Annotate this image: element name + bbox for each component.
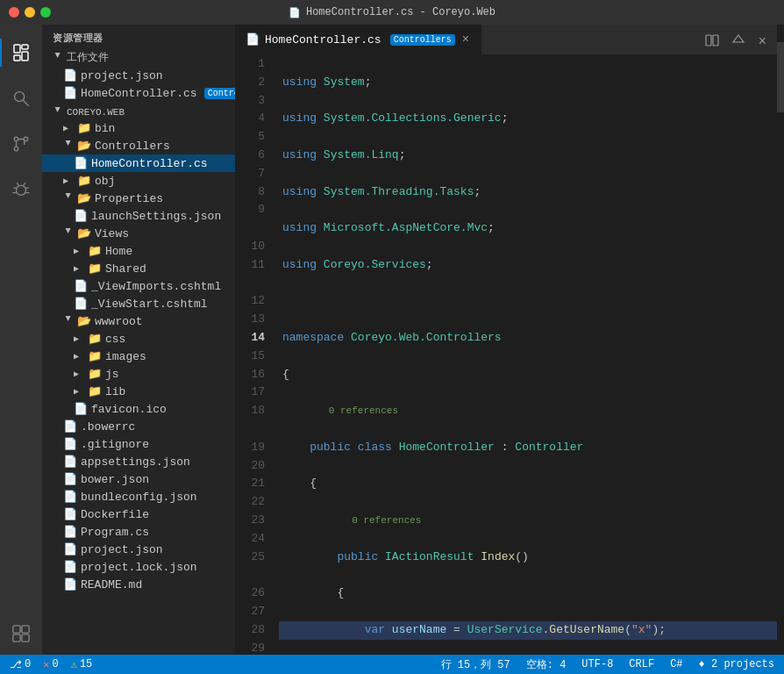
tab-close-button[interactable]: × — [460, 32, 471, 47]
folder-icon: 📁 — [88, 384, 102, 398]
code-line-4: using System.Threading.Tasks; — [279, 183, 777, 202]
sidebar-item-controllers[interactable]: ▶ 📂 Controllers — [42, 137, 235, 154]
git-branch-icon: ⎇ — [10, 658, 22, 671]
code-line-5: using Microsoft.AspNetCore.Mvc; — [279, 219, 777, 238]
status-warnings[interactable]: ⚠ 15 — [68, 658, 96, 671]
folder-icon: 📂 — [77, 226, 91, 240]
folder-icon: 📂 — [77, 191, 91, 205]
code-editor[interactable]: 1 2 3 4 5 6 7 8 9 · 10 11 · 12 13 14 15 … — [235, 55, 777, 655]
arrow-icon: ▶ — [63, 176, 74, 186]
arrow-icon: ▶ — [63, 316, 74, 326]
sidebar-item-css[interactable]: ▶ 📁 css — [42, 330, 235, 348]
sidebar-item-viewimports[interactable]: 📄 _ViewImports.cshtml — [42, 277, 235, 295]
close-editor-button[interactable]: × — [754, 31, 770, 54]
arrow-icon: ▶ — [74, 351, 84, 362]
tab-bar: 📄 HomeController.cs Controllers × — [235, 25, 777, 55]
file-icon: 📄 — [63, 490, 77, 504]
activity-extensions[interactable] — [0, 613, 42, 655]
main-layout: 资源管理器 ▶ 工作文件 📄 project.json 📄 HomeContro… — [0, 25, 784, 655]
sidebar-item-homecontroller-cs[interactable]: 📄 HomeController.cs — [42, 154, 235, 172]
active-tab[interactable]: 📄 HomeController.cs Controllers × — [235, 25, 481, 54]
arrow-icon: ▶ — [74, 263, 84, 274]
file-icon: 📄 — [63, 472, 77, 486]
sidebar-item-bowerrc[interactable]: 📄 .bowerrc — [42, 418, 235, 435]
sidebar-item-lib[interactable]: ▶ 📁 lib — [42, 383, 235, 400]
folder-icon: 📁 — [88, 367, 102, 381]
svg-point-6 — [14, 147, 18, 151]
code-line-ref1: 0 references — [279, 402, 777, 420]
sidebar-item-project-json[interactable]: 📄 project.json — [42, 541, 235, 558]
tab-file-icon: 📄 — [246, 32, 260, 47]
sidebar-item-launchsettings[interactable]: 📄 launchSettings.json — [42, 207, 235, 225]
sidebar-item-obj[interactable]: ▶ 📁 obj — [42, 172, 235, 190]
line-numbers: 1 2 3 4 5 6 7 8 9 · 10 11 · 12 13 14 15 … — [235, 55, 279, 655]
more-actions-button[interactable] — [728, 30, 749, 54]
status-projects[interactable]: ♦ 2 projects — [696, 658, 777, 670]
sidebar-item-workfiles[interactable]: ▶ 工作文件 — [42, 48, 235, 67]
svg-point-7 — [14, 137, 18, 141]
sidebar-item-dockerfile[interactable]: 📄 Dockerfile — [42, 506, 235, 523]
editor-area: 📄 HomeController.cs Controllers × — [235, 25, 777, 655]
code-content[interactable]: using System; using System.Collections.G… — [279, 55, 777, 655]
sidebar-item-bin[interactable]: ▶ 📁 bin — [42, 119, 235, 137]
activity-source-control[interactable] — [0, 123, 42, 165]
arrow-icon: ▶ — [63, 228, 74, 239]
activity-search[interactable] — [0, 77, 42, 119]
sidebar-item-wwwroot[interactable]: ▶ 📂 wwwroot — [42, 312, 235, 330]
sidebar-item-readme[interactable]: 📄 README.md — [42, 576, 235, 593]
status-git[interactable]: ⎇ 0 — [7, 658, 33, 671]
file-icon: 📄 — [63, 542, 77, 556]
svg-point-4 — [15, 92, 25, 102]
sidebar-item-shared[interactable]: ▶ 📁 Shared — [42, 260, 235, 277]
status-spaces[interactable]: 空格: 4 — [524, 657, 569, 672]
sidebar-item-project-lock[interactable]: 📄 project.lock.json — [42, 558, 235, 576]
close-button[interactable] — [9, 7, 19, 18]
sidebar-item-home[interactable]: ▶ 📁 Home — [42, 242, 235, 260]
status-position[interactable]: 行 15，列 57 — [438, 657, 513, 672]
minimize-button[interactable] — [25, 7, 35, 18]
sidebar-item-homecontroller-root[interactable]: 📄 HomeController.cs Controllers — [42, 84, 235, 102]
file-icon: 📄 — [74, 209, 88, 223]
sidebar-item-views[interactable]: ▶ 📂 Views — [42, 225, 235, 242]
folder-icon: 📁 — [88, 262, 102, 276]
window-title: 📄 HomeController.cs - Coreyo.Web — [289, 6, 495, 18]
status-language[interactable]: C# — [667, 658, 685, 670]
file-icon: 📄 — [63, 507, 77, 521]
svg-rect-12 — [13, 635, 20, 642]
folder-icon: 📁 — [88, 244, 102, 258]
sidebar-item-properties[interactable]: ▶ 📂 Properties — [42, 190, 235, 207]
arrow-icon: ▶ — [63, 123, 74, 133]
sidebar-item-js[interactable]: ▶ 📁 js — [42, 365, 235, 383]
folder-icon: 📁 — [77, 174, 91, 188]
sidebar-item-project-json-root[interactable]: 📄 project.json — [42, 67, 235, 84]
svg-rect-0 — [14, 45, 20, 53]
maximize-button[interactable] — [40, 7, 51, 18]
folder-icon: 📁 — [77, 121, 91, 135]
sidebar-item-viewstart[interactable]: 📄 _ViewStart.cshtml — [42, 295, 235, 312]
sidebar-item-bower-json[interactable]: 📄 bower.json — [42, 470, 235, 488]
sidebar-item-favicon[interactable]: 📄 favicon.ico — [42, 400, 235, 418]
split-editor-button[interactable] — [702, 30, 723, 54]
folder-icon: 📁 — [88, 349, 102, 363]
minimap-thumb[interactable] — [777, 42, 784, 112]
status-encoding[interactable]: UTF-8 — [579, 658, 616, 670]
git-status: 0 — [25, 658, 31, 670]
status-line-ending[interactable]: CRLF — [626, 658, 657, 670]
svg-rect-11 — [22, 626, 29, 633]
code-line-9: { — [279, 366, 777, 384]
folder-icon: 📂 — [77, 139, 91, 153]
file-icon: 📄 — [74, 402, 88, 416]
sidebar-item-program[interactable]: 📄 Program.cs — [42, 523, 235, 541]
folder-icon: 📁 — [88, 332, 102, 346]
sidebar-item-coreyo-web[interactable]: ▶ COREYO.WEB — [42, 105, 235, 119]
sidebar-item-appsettings[interactable]: 📄 appsettings.json — [42, 453, 235, 470]
file-icon: 📄 — [63, 577, 77, 592]
status-errors[interactable]: ✕ 0 — [40, 658, 61, 671]
sidebar-item-gitignore[interactable]: 📄 .gitignore — [42, 435, 235, 453]
sidebar-header: 资源管理器 — [42, 25, 235, 48]
activity-explorer[interactable] — [0, 32, 42, 74]
sidebar-item-bundleconfig[interactable]: 📄 bundleconfig.json — [42, 488, 235, 506]
sidebar-item-images[interactable]: ▶ 📁 images — [42, 348, 235, 365]
svg-rect-3 — [14, 55, 20, 61]
activity-debug[interactable] — [0, 168, 42, 211]
